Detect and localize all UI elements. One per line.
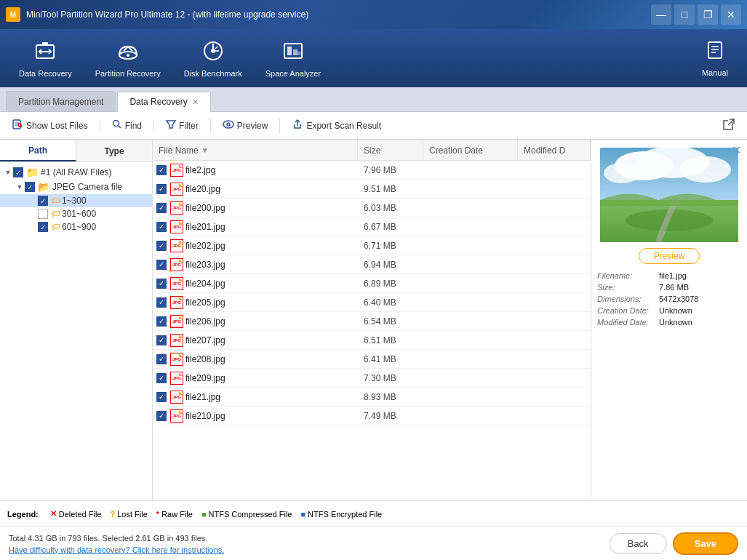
tab-partition-management[interactable]: Partition Management (6, 91, 116, 111)
folder-icon-all-raw: 📁 (26, 167, 39, 178)
creation-date-label: Creation Date: (597, 306, 659, 315)
tree-item-601-900[interactable]: ▶ ✓ 🏷 601~900 (0, 220, 152, 233)
modified-date-value: Unknown (659, 318, 692, 327)
tree-item-1-300[interactable]: ▶ ✓ 🏷 1~300 (0, 194, 152, 207)
export-scan-result-button[interactable]: Export Scan Result (286, 116, 387, 135)
table-row[interactable]: ✓ JPG file21.jpg 8.93 MB (153, 388, 591, 407)
file-size-5: 6.94 MB (358, 260, 423, 270)
toolbar-disk-benchmark[interactable]: Disk Benchmark (172, 33, 254, 84)
col-header-creation[interactable]: Creation Date (423, 140, 518, 160)
share-button[interactable] (716, 115, 741, 137)
range-icon-601-900: 🏷 (51, 222, 60, 232)
tree-item-jpeg[interactable]: ▼ ✓ 📂 JPEG Camera file (0, 180, 152, 194)
tree-checkbox-301-600[interactable] (38, 209, 48, 219)
file-checkbox-3[interactable]: ✓ (153, 222, 170, 232)
dimensions-row: Dimensions: 5472x3078 (597, 293, 741, 305)
toolbar-manual[interactable]: Manual (690, 34, 740, 83)
restore-button[interactable]: ❒ (698, 4, 718, 25)
table-row[interactable]: ✓ JPG file204.jpg 6.89 MB (153, 274, 591, 293)
close-button[interactable]: ✕ (721, 4, 741, 25)
save-button[interactable]: Save (673, 532, 738, 555)
tree-toggle-all-raw[interactable]: ▼ (3, 167, 13, 177)
file-checkbox-1[interactable]: ✓ (153, 184, 170, 194)
preview-button[interactable]: Preview (217, 117, 274, 134)
top-toolbar: Data Recovery Partition Recovery Disk Be… (0, 29, 747, 87)
table-row[interactable]: ✓ JPG file206.jpg 6.54 MB (153, 312, 591, 331)
file-list-body[interactable]: ✓ JPG file2.jpg 7.96 MB ✓ JPG file20.jpg… (153, 161, 591, 500)
col-header-name[interactable]: File Name ▼ (153, 140, 358, 160)
file-checkbox-11[interactable]: ✓ (153, 373, 170, 383)
file-checkbox-5[interactable]: ✓ (153, 260, 170, 270)
find-label: Find (125, 121, 142, 131)
legend-bar: Legend: ✕ Deleted File ? Lost File * Raw… (0, 500, 747, 527)
minimize-button[interactable]: — (651, 4, 671, 25)
tree-checkbox-jpeg[interactable]: ✓ (25, 182, 35, 192)
table-row[interactable]: ✓ JPG file209.jpg 7.30 MB (153, 369, 591, 388)
table-row[interactable]: ✓ JPG file20.jpg 9.51 MB (153, 180, 591, 199)
preview-label: Preview (237, 121, 268, 131)
left-tab-path[interactable]: Path (0, 140, 76, 161)
show-lost-files-button[interactable]: Show Lost Files (6, 116, 94, 135)
file-type-icon-13: JPG (170, 409, 183, 423)
data-recovery-icon (33, 39, 57, 66)
tab-close-icon[interactable]: ✕ (192, 97, 199, 107)
file-checkbox-12[interactable]: ✓ (153, 392, 170, 402)
file-name-8: file206.jpg (185, 316, 358, 327)
file-checkbox-4[interactable]: ✓ (153, 241, 170, 251)
toolbar-partition-recovery[interactable]: Partition Recovery (84, 33, 172, 84)
help-link[interactable]: Have difficulty with data recovery? Clic… (9, 545, 224, 554)
range-icon-1-300: 🏷 (51, 196, 60, 206)
back-button[interactable]: Back (610, 533, 667, 554)
ntfs-encrypted-label: NTFS Encrypted File (308, 510, 382, 519)
col-header-size[interactable]: Size (358, 140, 423, 160)
toolbar-space-analyzer[interactable]: Space Analyzer (254, 33, 332, 84)
file-type-icon-10: JPG (170, 353, 183, 366)
filter-button[interactable]: Filter (160, 116, 204, 135)
file-size-11: 7.30 MB (358, 373, 423, 383)
file-checkbox-0[interactable]: ✓ (153, 165, 170, 175)
file-checkbox-7[interactable]: ✓ (153, 297, 170, 308)
table-row[interactable]: ✓ JPG file2.jpg 7.96 MB (153, 161, 591, 180)
file-type-icon-11: JPG (170, 372, 183, 385)
tree-checkbox-all-raw[interactable]: ✓ (13, 167, 23, 177)
tree-checkbox-1-300[interactable]: ✓ (38, 196, 48, 206)
file-checkbox-10[interactable]: ✓ (153, 354, 170, 364)
file-checkbox-8[interactable]: ✓ (153, 316, 170, 327)
title-bar: M MiniTool Partition Wizard Pro Ultimate… (0, 0, 747, 29)
maximize-button[interactable]: □ (674, 4, 695, 25)
table-row[interactable]: ✓ JPG file201.jpg 6.67 MB (153, 217, 591, 236)
show-lost-files-icon (12, 119, 23, 132)
svg-line-10 (215, 47, 217, 49)
svg-rect-4 (42, 42, 48, 45)
file-checkbox-13[interactable]: ✓ (153, 411, 170, 421)
preview-detail-button[interactable]: Preview (639, 248, 700, 264)
svg-rect-14 (293, 49, 297, 55)
export-label: Export Scan Result (306, 121, 381, 131)
tree-toggle-jpeg[interactable]: ▼ (15, 182, 25, 192)
window-controls[interactable]: — □ ❒ ✕ (651, 4, 741, 25)
table-row[interactable]: ✓ JPG file207.jpg 6.51 MB (153, 331, 591, 350)
table-row[interactable]: ✓ JPG file203.jpg 6.94 MB (153, 255, 591, 274)
col-header-modified[interactable]: Modified D (518, 140, 591, 160)
tree-item-301-600[interactable]: ▶ 🏷 301~600 (0, 207, 152, 220)
file-checkbox-6[interactable]: ✓ (153, 279, 170, 289)
table-row[interactable]: ✓ JPG file205.jpg 6.40 MB (153, 293, 591, 312)
tree-view: ▼ ✓ 📁 #1 (All RAW Files) ▼ ✓ 📂 JPEG Came… (0, 162, 152, 500)
file-type-icon-4: JPG (170, 239, 183, 252)
left-tab-type[interactable]: Type (76, 140, 152, 161)
tree-item-all-raw[interactable]: ▼ ✓ 📁 #1 (All RAW Files) (0, 165, 152, 180)
file-checkbox-2[interactable]: ✓ (153, 203, 170, 213)
find-button[interactable]: Find (106, 116, 148, 135)
file-checkbox-9[interactable]: ✓ (153, 335, 170, 345)
table-row[interactable]: ✓ JPG file208.jpg 6.41 MB (153, 350, 591, 369)
file-size-0: 7.96 MB (358, 165, 423, 175)
tab-data-recovery[interactable]: Data Recovery ✕ (117, 92, 210, 112)
toolbar-data-recovery[interactable]: Data Recovery (7, 33, 84, 84)
ntfs-encrypted-icon: ■ (300, 510, 305, 519)
ntfs-compressed-icon: ■ (201, 510, 207, 519)
table-row[interactable]: ✓ JPG file200.jpg 6.03 MB (153, 199, 591, 217)
export-icon (292, 119, 303, 132)
tree-checkbox-601-900[interactable]: ✓ (38, 222, 48, 232)
table-row[interactable]: ✓ JPG file202.jpg 6.71 MB (153, 236, 591, 255)
table-row[interactable]: ✓ JPG file210.jpg 7.49 MB (153, 407, 591, 425)
